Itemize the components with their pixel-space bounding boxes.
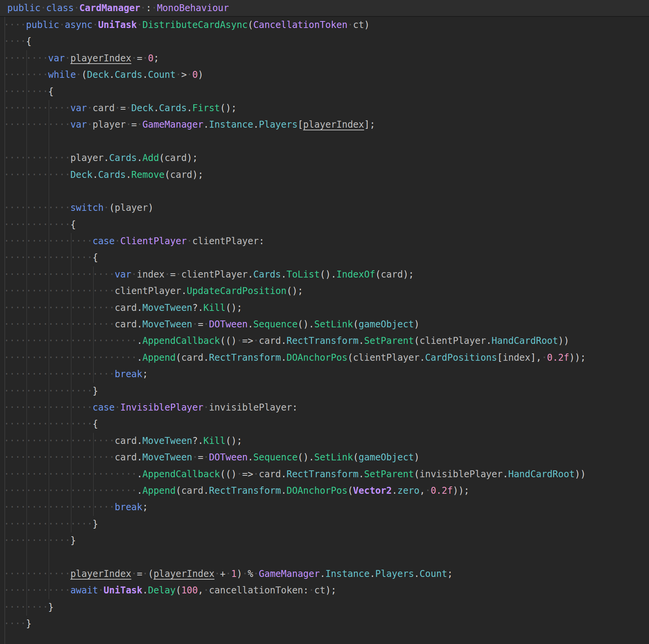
code-line[interactable]: ················{ bbox=[4, 416, 649, 432]
code-token: [ bbox=[497, 352, 502, 363]
code-line[interactable]: ····{ bbox=[4, 33, 649, 50]
whitespace-dots: ········ bbox=[4, 86, 48, 97]
whitespace-dots: · bbox=[187, 69, 192, 80]
code-token: . bbox=[104, 153, 109, 163]
code-line[interactable]: ············await·UniTask.Delay(100,·can… bbox=[4, 582, 649, 599]
code-line[interactable]: ····public·async·UniTask·DistributeCardA… bbox=[4, 17, 649, 33]
code-line[interactable]: ························.Append(card.Rec… bbox=[4, 483, 649, 499]
code-token: ) bbox=[364, 20, 369, 30]
code-line[interactable]: ················{ bbox=[4, 250, 649, 266]
code-token: => bbox=[242, 335, 253, 346]
code-token: CancellationToken bbox=[253, 20, 348, 30]
code-token: { bbox=[26, 36, 31, 47]
code-token: . bbox=[137, 435, 142, 446]
code-token: ; bbox=[142, 369, 148, 380]
code-token: ct bbox=[314, 585, 325, 596]
code-area[interactable]: ····public·async·UniTask·DistributeCardA… bbox=[0, 17, 649, 632]
code-line[interactable]: ················} bbox=[4, 383, 649, 399]
code-token: public bbox=[7, 3, 41, 13]
code-token: . bbox=[359, 469, 364, 480]
code-token: card bbox=[115, 302, 137, 313]
code-line[interactable]: ························.AppendCallback(… bbox=[4, 466, 649, 483]
whitespace-dots: ················ bbox=[4, 402, 92, 413]
code-line[interactable]: ····················card.MoveTween·=·DOT… bbox=[4, 316, 649, 333]
code-token: Add bbox=[142, 153, 159, 163]
code-token: + bbox=[220, 568, 226, 579]
code-token: 1 bbox=[231, 568, 236, 579]
whitespace-dots: · bbox=[131, 269, 137, 280]
whitespace-dots: · bbox=[137, 119, 142, 130]
code-line[interactable]: ························.Append(card.Rec… bbox=[4, 350, 649, 366]
whitespace-dots: · bbox=[140, 3, 146, 13]
code-line[interactable]: ············} bbox=[4, 532, 649, 549]
code-line[interactable]: ············playerIndex·=·(playerIndex·+… bbox=[4, 566, 649, 582]
code-line[interactable]: ····} bbox=[4, 616, 649, 632]
whitespace-dots: ············ bbox=[4, 585, 70, 596]
code-token: } bbox=[92, 519, 98, 529]
code-line[interactable]: ········} bbox=[4, 599, 649, 616]
code-line[interactable]: ····················clientPlayer.UpdateC… bbox=[4, 283, 649, 299]
code-token: RectTransform bbox=[287, 469, 359, 480]
code-line[interactable]: ················case·InvisiblePlayer·inv… bbox=[4, 399, 649, 416]
code-token: card bbox=[115, 452, 137, 463]
code-token: (() bbox=[220, 335, 237, 346]
code-token: ) bbox=[198, 69, 203, 80]
code-line[interactable]: ························.AppendCallback(… bbox=[4, 333, 649, 349]
code-line[interactable]: ············{ bbox=[4, 217, 649, 233]
code-token: . bbox=[92, 169, 98, 180]
code-line[interactable]: ············var·player·=·GameManager.Ins… bbox=[4, 117, 649, 133]
code-token: } bbox=[92, 386, 98, 396]
code-editor[interactable]: ····public·async·UniTask·DistributeCardA… bbox=[0, 0, 649, 644]
code-line[interactable]: ············var·card·=·Deck.Cards.First(… bbox=[4, 100, 649, 117]
code-line[interactable]: ············switch·(player) bbox=[4, 200, 649, 216]
code-token: CardPositions bbox=[425, 352, 497, 363]
code-token: = bbox=[131, 119, 137, 130]
code-token: . bbox=[281, 485, 286, 496]
whitespace-dots: · bbox=[309, 585, 314, 596]
code-token: 0.2f bbox=[431, 485, 453, 496]
code-token: . bbox=[153, 103, 159, 113]
code-line[interactable] bbox=[4, 133, 649, 150]
code-token: zero bbox=[397, 485, 420, 496]
code-line[interactable]: ················case·ClientPlayer·client… bbox=[4, 233, 649, 250]
code-line[interactable] bbox=[4, 183, 649, 200]
code-token: { bbox=[48, 86, 54, 97]
code-line[interactable]: ····················card.MoveTween?.Kill… bbox=[4, 300, 649, 316]
code-token: { bbox=[92, 419, 98, 429]
code-token: . bbox=[420, 352, 425, 363]
whitespace-dots: ············ bbox=[4, 169, 70, 180]
whitespace-dots: · bbox=[237, 469, 242, 480]
code-line[interactable]: ····················break; bbox=[4, 366, 649, 383]
code-line[interactable]: ····················card.MoveTween?.Kill… bbox=[4, 433, 649, 449]
code-token: Delay bbox=[148, 585, 176, 596]
whitespace-dots: · bbox=[142, 53, 148, 64]
code-line[interactable]: ············player.Cards.Add(card); bbox=[4, 150, 649, 166]
sticky-class-declaration[interactable]: public·class·CardManager·:·MonoBehaviour bbox=[0, 0, 649, 17]
code-token: Kill bbox=[203, 302, 226, 313]
whitespace-dots: ························ bbox=[4, 485, 137, 496]
code-line[interactable]: ············Deck.Cards.Remove(card); bbox=[4, 167, 649, 183]
code-line[interactable]: ········var·playerIndex·=·0; bbox=[4, 50, 649, 67]
code-token: await bbox=[70, 585, 98, 596]
code-token: 100 bbox=[181, 585, 198, 596]
code-line[interactable]: ········while·(Deck.Cards.Count·>·0) bbox=[4, 67, 649, 83]
code-token: . bbox=[203, 485, 209, 496]
code-token: ); bbox=[192, 169, 203, 180]
code-line[interactable]: ····················var·index·=·clientPl… bbox=[4, 266, 649, 283]
whitespace-dots: · bbox=[87, 103, 92, 113]
code-token: Sequence bbox=[253, 319, 298, 330]
whitespace-dots: · bbox=[137, 20, 142, 30]
code-line[interactable]: ················} bbox=[4, 516, 649, 532]
code-token: card bbox=[115, 319, 137, 330]
code-token: SetParent bbox=[364, 469, 414, 480]
code-token: . bbox=[137, 352, 142, 363]
code-token: DOAnchorPos bbox=[287, 485, 348, 496]
whitespace-dots: ···················· bbox=[4, 286, 115, 296]
code-token: Deck bbox=[131, 103, 153, 113]
code-line[interactable]: ····················card.MoveTween·=·DOT… bbox=[4, 449, 649, 466]
code-line[interactable]: ····················break; bbox=[4, 499, 649, 516]
whitespace-dots: · bbox=[115, 402, 120, 413]
code-token: { bbox=[70, 219, 76, 230]
code-line[interactable] bbox=[4, 549, 649, 566]
code-line[interactable]: ········{ bbox=[4, 84, 649, 100]
